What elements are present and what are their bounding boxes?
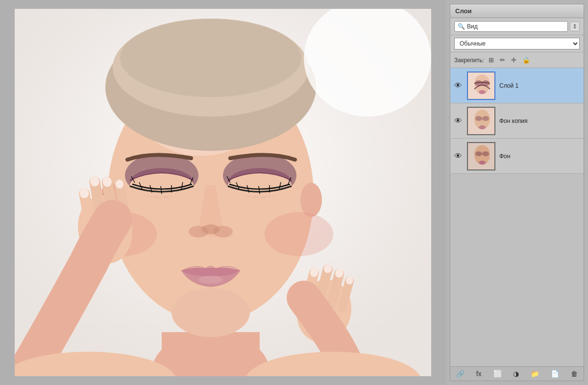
- layers-panel: Слои 🔍 ⇕ Обычные Закрепить: ⊞ ✏ ✛ 🔒: [450, 4, 584, 381]
- svg-point-38: [265, 212, 333, 256]
- layers-search-row: 🔍 ⇕: [450, 18, 584, 35]
- sort-arrow-button[interactable]: ⇕: [570, 22, 580, 31]
- svg-point-69: [482, 116, 489, 121]
- svg-point-39: [198, 276, 223, 284]
- search-icon: 🔍: [458, 23, 465, 30]
- face-image: [15, 9, 431, 376]
- layer-group-button[interactable]: 📁: [529, 369, 541, 379]
- layers-bottom-bar: 🔗 fx ⬜ ◑ 📁 📄 🗑: [450, 366, 584, 381]
- svg-point-73: [475, 151, 482, 156]
- layer-item-3[interactable]: 👁 Фон: [450, 139, 584, 174]
- layer-item-2[interactable]: 👁 Фон копия: [450, 103, 584, 139]
- layer-item-1[interactable]: 👁 Слой 1: [450, 68, 584, 103]
- svg-point-74: [482, 151, 489, 156]
- svg-point-65: [479, 90, 486, 94]
- layer-2-visibility-icon[interactable]: 👁: [453, 117, 463, 125]
- lock-row: Закрепить: ⊞ ✏ ✛ 🔒: [450, 52, 584, 68]
- layer-1-thumbnail: [467, 72, 495, 100]
- blend-mode-select[interactable]: Обычные: [454, 38, 580, 49]
- layers-list: 👁 Слой 1 👁: [450, 68, 584, 366]
- layer-2-thumbnail: [467, 107, 495, 135]
- layer-delete-button[interactable]: 🗑: [569, 369, 580, 379]
- layer-new-button[interactable]: 📄: [549, 369, 561, 379]
- layer-3-name: Фон: [499, 153, 581, 160]
- svg-point-75: [479, 161, 486, 165]
- svg-point-13: [172, 288, 250, 337]
- layer-3-thumbnail: [467, 142, 495, 170]
- layer-style-button[interactable]: fx: [474, 369, 484, 379]
- lock-brush-button[interactable]: ✏: [498, 55, 507, 65]
- lock-icons-group: ⊞ ✏ ✛ 🔒: [487, 55, 532, 65]
- layer-mask-button[interactable]: ⬜: [491, 369, 504, 379]
- layer-adjustment-button[interactable]: ◑: [511, 369, 521, 379]
- svg-point-68: [475, 116, 482, 121]
- layer-1-name: Слой 1: [499, 82, 581, 89]
- layer-1-visibility-icon[interactable]: 👁: [453, 81, 463, 90]
- lock-all-button[interactable]: 🔒: [521, 55, 532, 65]
- main-canvas: [15, 9, 431, 376]
- lock-move-button[interactable]: ✛: [510, 55, 518, 65]
- svg-point-8: [120, 19, 301, 97]
- layer-link-button[interactable]: 🔗: [454, 369, 466, 379]
- search-wrapper[interactable]: 🔍: [454, 21, 568, 32]
- lock-label: Закрепить:: [454, 57, 484, 64]
- canvas-area: [0, 0, 446, 385]
- svg-rect-3: [162, 332, 260, 376]
- lock-checkerboard-button[interactable]: ⊞: [487, 55, 495, 65]
- panels-area: Слои 🔍 ⇕ Обычные Закрепить: ⊞ ✏ ✛ 🔒: [446, 0, 588, 385]
- layer-2-name: Фон копия: [499, 118, 581, 124]
- svg-point-12: [300, 183, 322, 217]
- layers-title: Слои: [455, 7, 471, 15]
- svg-point-36: [202, 224, 220, 234]
- svg-point-70: [479, 125, 486, 129]
- layers-panel-header: Слои: [450, 4, 584, 18]
- layer-search-input[interactable]: [467, 23, 564, 30]
- layer-3-visibility-icon[interactable]: 👁: [453, 152, 463, 161]
- blend-mode-row: Обычные: [450, 35, 584, 52]
